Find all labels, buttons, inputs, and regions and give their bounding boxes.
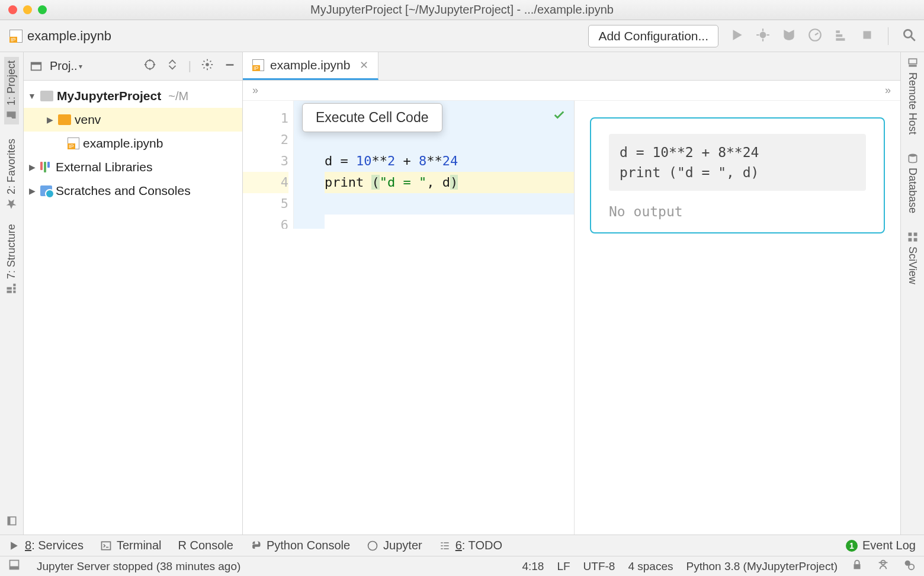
breadcrumb-left[interactable]: » [252,84,258,97]
preview-no-output: No output [609,204,866,219]
gutter-line-5[interactable]: 5 [243,193,288,215]
tree-external-libraries[interactable]: ▶ External Libraries [24,155,242,179]
tool-window-favorites[interactable]: 2: Favorites [5,139,18,210]
tree-venv[interactable]: ▶ venv [24,108,242,132]
tool-jupyter[interactable]: Jupyter [367,539,422,552]
svg-rect-25 [913,238,917,242]
hide-panel-icon[interactable] [223,58,236,74]
inspection-ok-icon[interactable] [553,107,566,120]
gutter-line-1[interactable]: 1 [243,108,288,129]
svg-rect-20 [909,65,916,66]
coverage-icon[interactable] [781,27,797,44]
gutter-line-2[interactable]: 2 [243,129,288,151]
gutter-line-3[interactable]: 3 [243,151,288,172]
settings-icon[interactable] [201,58,214,74]
event-log[interactable]: 1 Event Log [846,539,916,552]
expand-all-icon[interactable] [166,58,179,74]
tool-window-structure[interactable]: 7: Structure [5,224,18,295]
sciview-icon [907,231,919,243]
concurrency-icon[interactable] [833,27,849,44]
close-window-icon[interactable] [8,5,17,14]
tool-window-remote-label: Remote Host [906,72,919,135]
minimize-window-icon[interactable] [23,5,32,14]
lock-icon[interactable] [851,558,864,574]
svg-point-0 [760,32,766,39]
tree-ext-libs-label: External Libraries [56,160,152,174]
tree-notebook-label: example.ipynb [83,136,163,151]
debug-icon[interactable] [755,27,771,44]
project-view-selector[interactable]: Proj..▾ [50,59,82,73]
tool-window-favorites-label: 2: Favorites [5,139,18,194]
tool-window-project-label: 1: Project [5,60,18,105]
preview-cell[interactable]: d = 10**2 + 8**24 print ("d = ", d) No o… [590,117,885,233]
svg-point-17 [206,63,209,66]
tool-r-console[interactable]: R Console [178,539,233,552]
add-configuration-button[interactable]: Add Configuration... [588,25,718,47]
locate-icon[interactable] [143,58,156,74]
tool-python-console[interactable]: Python Console [250,539,350,552]
notebook-file-icon [68,137,79,149]
notebook-file-icon [252,59,264,71]
remote-host-icon [907,57,919,69]
tool-window-database[interactable]: Database [906,152,919,213]
svg-rect-26 [101,542,110,549]
tool-window-toggle-icon[interactable] [6,515,18,529]
tree-scratches[interactable]: ▶ Scratches and Consoles [24,179,242,203]
editor-tab-label: example.ipynb [270,58,350,72]
indent-setting[interactable]: 4 spaces [628,560,673,573]
tool-window-sciview[interactable]: SciView [906,231,919,284]
structure-icon [6,283,18,295]
run-icon[interactable] [729,27,745,44]
svg-rect-11 [7,287,12,290]
svg-point-33 [909,564,914,569]
file-encoding[interactable]: UTF-8 [583,560,615,573]
tool-window-structure-label: 7: Structure [5,224,18,279]
svg-rect-7 [14,290,16,293]
tree-notebook-file[interactable]: example.ipynb [24,132,242,155]
tree-root[interactable]: ▼ MyJupyterProject ~/M [24,84,242,108]
close-tab-icon[interactable]: ✕ [360,59,368,72]
svg-point-16 [145,60,154,69]
jupyter-icon [367,540,378,552]
caret-position[interactable]: 4:18 [522,560,544,573]
python-interpreter[interactable]: Python 3.8 (MyJupyterProject) [686,560,838,573]
editor-area: example.ipynb ✕ » » 1 2 3 4 5 6 [243,52,900,535]
tool-r-console-label: R Console [178,539,233,552]
svg-rect-19 [909,59,916,63]
window-controls [0,5,47,14]
tree-root-path: ~/M [168,89,188,103]
code-line-4: print ("d = ", d) [325,172,574,193]
search-everywhere-icon[interactable] [901,27,917,44]
code-editor-pane[interactable]: 1 2 3 4 5 6 d = 10**2 + 8**24 print ("d … [243,101,575,535]
maximize-window-icon[interactable] [38,5,47,14]
tree-venv-label: venv [75,113,101,127]
tool-window-remote-host[interactable]: Remote Host [906,57,919,135]
navigation-bar-file[interactable]: example.ipynb [9,28,111,44]
tool-window-project[interactable]: 1: Project [4,57,19,124]
svg-rect-29 [10,567,19,569]
breadcrumb-right[interactable]: » [885,84,891,97]
tool-todo[interactable]: 6: TODO [439,539,502,552]
profile-icon[interactable] [807,27,823,44]
stop-icon[interactable] [859,27,875,44]
project-tree[interactable]: ▼ MyJupyterProject ~/M ▶ venv example.ip… [24,81,242,206]
svg-rect-4 [836,38,845,40]
breadcrumb-bar: » » [243,81,900,101]
tool-window-sciview-label: SciView [906,247,919,284]
memory-indicator-icon[interactable] [903,558,916,574]
tool-terminal[interactable]: Terminal [100,539,162,552]
inspector-icon[interactable] [877,558,890,574]
status-bar-toggle-icon[interactable] [8,559,20,574]
svg-rect-18 [226,64,234,66]
svg-rect-24 [908,238,912,242]
editor-tab-example[interactable]: example.ipynb ✕ [243,52,378,80]
code-body[interactable]: d = 10**2 + 8**24 print ("d = ", d) [294,101,574,535]
line-separator[interactable]: LF [557,560,570,573]
terminal-icon [100,540,112,552]
gutter-line-4[interactable]: 4 [243,172,288,193]
tool-services[interactable]: 8: Services [8,539,84,552]
bottom-tool-strip: 8: Services Terminal R Console Python Co… [0,535,924,556]
toolbar-separator [888,27,888,45]
status-bar: Jupyter Server stopped (38 minutes ago) … [0,556,924,576]
svg-rect-23 [913,233,917,236]
